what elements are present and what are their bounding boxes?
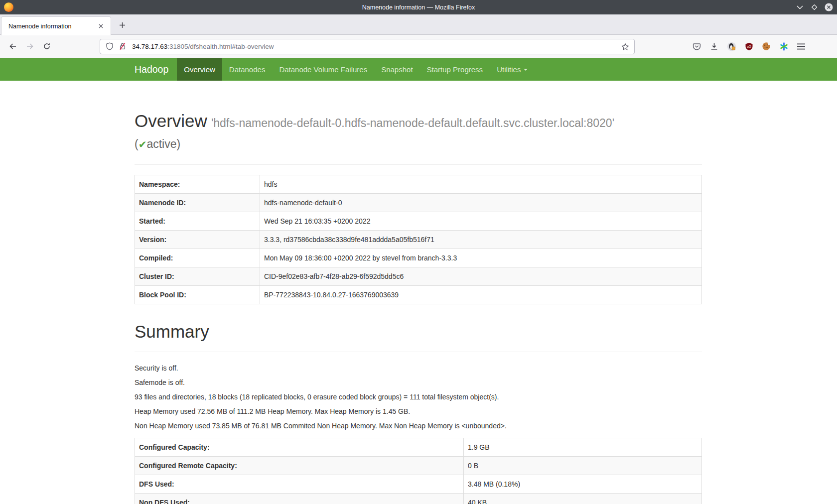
overview-heading: Overview'hdfs-namenode-default-0.hdfs-na…	[135, 112, 702, 132]
nav-item-label: Overview	[184, 65, 215, 74]
tab-close-icon[interactable]	[96, 21, 106, 31]
summary-paragraphs: Security is off. Safemode is off. 93 fil…	[135, 363, 702, 431]
nav-item-label: Utilities	[497, 65, 521, 74]
reload-icon[interactable]	[40, 39, 54, 53]
url-host: 34.78.17.63	[132, 43, 167, 50]
row-value: 3.48 MB (0.18%)	[464, 475, 702, 494]
table-row: Namenode ID: hdfs-namenode-default-0	[135, 194, 702, 212]
navigation-toolbar: 34.78.17.63:31805/dfshealth.html#tab-ove…	[0, 35, 837, 58]
overview-title: Overview	[135, 111, 207, 130]
table-row: Block Pool ID: BP-772238843-10.84.0.27-1…	[135, 286, 702, 304]
row-label: DFS Used:	[135, 475, 464, 494]
ublock-origin-icon[interactable]: uO	[742, 39, 756, 53]
hadoop-navbar: Hadoop Overview Datanodes Datanode Volum…	[0, 58, 837, 81]
row-label: Compiled:	[135, 249, 260, 267]
namenode-host: 'hdfs-namenode-default-0.hdfs-namenode-d…	[211, 117, 614, 129]
nav-item[interactable]: Snapshot	[374, 58, 419, 81]
row-value: 0 B	[464, 457, 702, 475]
hadoop-nav-items: Overview Datanodes Datanode Volume Failu…	[177, 58, 535, 81]
summary-paragraph: Heap Memory used 72.56 MB of 111.2 MB He…	[135, 406, 702, 416]
row-label: Non DFS Used:	[135, 494, 464, 504]
table-row: Configured Capacity: 1.9 GB	[135, 438, 702, 457]
capacity-table: Configured Capacity: 1.9 GB Configured R…	[135, 438, 702, 504]
row-label: Configured Remote Capacity:	[135, 457, 464, 475]
nav-item[interactable]: Utilities	[490, 58, 535, 81]
new-tab-icon[interactable]	[116, 18, 129, 31]
toolbar-extensions: uO	[690, 39, 808, 53]
window-controls	[796, 0, 833, 14]
row-label: Namespace:	[135, 175, 260, 194]
row-label: Namenode ID:	[135, 194, 260, 212]
summary-paragraph: Security is off.	[135, 363, 702, 373]
table-row: Started: Wed Sep 21 16:03:35 +0200 2022	[135, 212, 702, 231]
row-label: Configured Capacity:	[135, 438, 464, 457]
maximize-icon[interactable]	[810, 3, 819, 11]
pocket-icon[interactable]	[690, 39, 703, 53]
status-paren-open: (	[135, 137, 139, 150]
row-label: Started:	[135, 212, 260, 231]
shield-permissions-icon[interactable]	[104, 41, 115, 52]
svg-text:uO: uO	[747, 44, 751, 48]
back-icon[interactable]	[6, 39, 20, 53]
tab-namenode-information[interactable]: Namenode information	[1, 16, 111, 35]
row-value: hdfs	[260, 175, 702, 194]
table-row: Cluster ID: CID-9ef02e83-afb7-4f28-ab29-…	[135, 267, 702, 286]
row-label: Cluster ID:	[135, 267, 260, 286]
close-icon[interactable]	[825, 3, 833, 11]
divider	[135, 164, 702, 165]
check-icon: ✔	[139, 139, 147, 150]
summary-paragraph: 93 files and directories, 18 blocks (18 …	[135, 392, 702, 402]
row-label: Version:	[135, 231, 260, 249]
divider	[135, 352, 702, 352]
download-icon[interactable]	[707, 39, 721, 53]
tab-title: Namenode information	[8, 23, 96, 30]
nav-item[interactable]: Overview	[177, 58, 222, 81]
window-titlebar: Namenode information — Mozilla Firefox	[0, 0, 837, 14]
url-bar[interactable]: 34.78.17.63:31805/dfshealth.html#tab-ove…	[100, 39, 635, 54]
summary-paragraph: Safemode is off.	[135, 378, 702, 387]
privacy-extension-icon[interactable]	[724, 39, 738, 53]
nav-item-label: Datanode Volume Failures	[279, 65, 367, 74]
table-row: DFS Used: 3.48 MB (0.18%)	[135, 475, 702, 494]
nav-item[interactable]: Datanodes	[222, 58, 273, 81]
row-value: 1.9 GB	[464, 438, 702, 457]
insecure-lock-icon[interactable]	[117, 41, 128, 52]
row-value: BP-772238843-10.84.0.27-1663769003639	[260, 286, 702, 304]
row-value: CID-9ef02e83-afb7-4f28-ab29-6f592d5dd5c6	[260, 267, 702, 286]
window-title: Namenode information — Mozilla Firefox	[0, 4, 837, 11]
row-value: Wed Sep 21 16:03:35 +0200 2022	[260, 212, 702, 231]
url-text: 34.78.17.63:31805/dfshealth.html#tab-ove…	[132, 43, 274, 50]
url-path: :31805/dfshealth.html#tab-overview	[167, 43, 274, 50]
table-row: Non DFS Used: 40 KB	[135, 494, 702, 504]
table-row: Configured Remote Capacity: 0 B	[135, 457, 702, 475]
cookie-extension-icon[interactable]	[759, 39, 773, 53]
summary-paragraph: Non Heap Memory used 73.85 MB of 76.81 M…	[135, 421, 702, 431]
namenode-status: (✔active)	[135, 137, 702, 151]
table-row: Namespace: hdfs	[135, 175, 702, 194]
bookmark-star-icon[interactable]	[619, 41, 631, 53]
colorful-asterisk-extension-icon[interactable]	[777, 39, 791, 53]
status-paren-close: )	[177, 137, 181, 150]
tab-strip: Namenode information	[0, 14, 837, 35]
page-content: Overview'hdfs-namenode-default-0.hdfs-na…	[135, 112, 702, 504]
hadoop-brand[interactable]: Hadoop	[135, 58, 168, 81]
forward-icon[interactable]	[23, 39, 37, 53]
table-row: Version: 3.3.3, rd37586cbda38c338d9fe481…	[135, 231, 702, 249]
row-value: Mon May 09 18:36:00 +0200 2022 by stevel…	[260, 249, 702, 267]
chevron-down-icon	[524, 69, 528, 71]
summary-heading: Summary	[135, 322, 702, 341]
minimize-icon[interactable]	[796, 3, 804, 11]
nav-item[interactable]: Startup Progress	[420, 58, 490, 81]
nav-item-label: Datanodes	[229, 65, 266, 74]
row-value: 40 KB	[464, 494, 702, 504]
row-value: 3.3.3, rd37586cbda38c338d9fe481addda5a05…	[260, 231, 702, 249]
row-label: Block Pool ID:	[135, 286, 260, 304]
table-row: Compiled: Mon May 09 18:36:00 +0200 2022…	[135, 249, 702, 267]
menu-icon[interactable]	[794, 39, 808, 53]
namenode-info-table: Namespace: hdfs Namenode ID: hdfs-nameno…	[135, 175, 702, 304]
status-label: active	[146, 137, 176, 150]
firefox-logo-icon	[4, 2, 13, 12]
nav-item[interactable]: Datanode Volume Failures	[272, 58, 374, 81]
nav-item-label: Snapshot	[381, 65, 413, 74]
nav-item-label: Startup Progress	[427, 65, 483, 74]
